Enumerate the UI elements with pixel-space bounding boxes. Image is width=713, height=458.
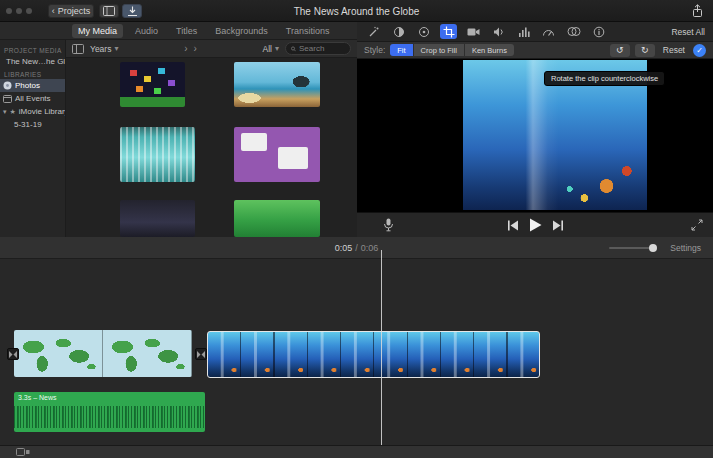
- color-balance-button[interactable]: [390, 24, 407, 39]
- tab-audio[interactable]: Audio: [129, 24, 164, 38]
- window-minimize-button[interactable]: [16, 8, 22, 14]
- chevron-right-icon[interactable]: ›: [184, 44, 187, 54]
- timeline-clip-underwater-selected[interactable]: [207, 331, 540, 378]
- magic-wand-icon: [368, 26, 380, 38]
- ken-burns-button[interactable]: Ken Burns: [465, 44, 514, 56]
- time-separator: /: [355, 243, 358, 253]
- clip-info-button[interactable]: [590, 24, 607, 39]
- filter-value: All: [263, 44, 272, 54]
- sidebar-toggle-icon[interactable]: [72, 44, 84, 54]
- import-media-button[interactable]: [122, 4, 142, 18]
- media-filter-row: Years ▾ › › All ▾: [66, 40, 357, 58]
- media-grid: [66, 58, 357, 237]
- reset-button[interactable]: Reset: [663, 45, 685, 55]
- transition-handle-start[interactable]: [7, 348, 19, 360]
- group-by-value: Years: [90, 44, 111, 54]
- project-media-header: PROJECT MEDIA: [0, 44, 65, 55]
- media-browser-panel: My Media Audio Titles Backgrounds Transi…: [0, 22, 357, 237]
- calendar-icon: [3, 94, 12, 103]
- import-arrow-icon: [127, 6, 138, 17]
- effects-button[interactable]: [565, 24, 582, 39]
- style-label: Style:: [364, 45, 385, 55]
- sidebar-item-event-date[interactable]: 5-31-19: [0, 118, 65, 131]
- media-thumbnail-game[interactable]: [120, 62, 185, 107]
- disclosure-triangle-icon[interactable]: ▾: [3, 108, 7, 116]
- sidebar-item-imovie-library[interactable]: ▾ ★ iMovie Library: [0, 105, 65, 118]
- libraries-sidebar: PROJECT MEDIA The New…he Globe LIBRARIES…: [0, 40, 66, 237]
- media-thumbnail-waterfall[interactable]: [120, 127, 195, 182]
- chevron-right-icon-2[interactable]: ›: [194, 44, 197, 54]
- share-button[interactable]: [686, 4, 708, 18]
- media-tabs: My Media Audio Titles Backgrounds Transi…: [0, 22, 357, 40]
- projects-label: Projects: [58, 6, 91, 16]
- card-graphic: [241, 133, 267, 151]
- timeline[interactable]: 3.3s – News: [0, 259, 713, 445]
- transport-controls: [357, 218, 713, 232]
- fit-button[interactable]: Fit: [390, 44, 413, 56]
- clip-appearance-icon[interactable]: [16, 448, 30, 456]
- transition-icon: [197, 351, 205, 358]
- tab-transitions[interactable]: Transitions: [280, 24, 336, 38]
- crop-icon: [443, 26, 455, 38]
- overlapping-circles-icon: [567, 26, 581, 37]
- filter-dropdown[interactable]: All ▾: [263, 44, 279, 54]
- tab-backgrounds[interactable]: Backgrounds: [209, 24, 274, 38]
- timeline-clip-world-map[interactable]: [14, 330, 192, 377]
- noise-reduction-button[interactable]: [515, 24, 532, 39]
- timeline-clip-audio-news[interactable]: 3.3s – News: [14, 392, 205, 432]
- next-frame-button[interactable]: [552, 220, 564, 231]
- playhead[interactable]: [381, 250, 382, 445]
- rotate-counterclockwise-button[interactable]: ↺: [610, 44, 630, 57]
- back-chevron-icon: ‹: [52, 6, 55, 16]
- crop-to-fill-button[interactable]: Crop to Fill: [414, 44, 465, 56]
- crop-button[interactable]: [440, 24, 457, 39]
- color-wheel-icon: [418, 26, 430, 38]
- tab-titles[interactable]: Titles: [170, 24, 203, 38]
- crop-style-segmented-control: Fit Crop to Fill Ken Burns: [390, 44, 514, 56]
- window-zoom-button[interactable]: [26, 8, 32, 14]
- tab-my-media[interactable]: My Media: [72, 24, 123, 38]
- timeline-zoom-slider[interactable]: [609, 247, 655, 249]
- sidebar-item-project[interactable]: The New…he Globe: [0, 55, 65, 68]
- apply-button[interactable]: ✓: [693, 44, 706, 57]
- transition-handle-middle[interactable]: [195, 348, 207, 360]
- media-thumbnail-dark[interactable]: [120, 200, 195, 237]
- media-thumbnail-green[interactable]: [234, 200, 320, 237]
- projects-back-button[interactable]: ‹ Projects: [48, 4, 94, 18]
- titlebar: The News Around the Globe ‹ Projects: [0, 0, 713, 22]
- speed-button[interactable]: [540, 24, 557, 39]
- previous-frame-button[interactable]: [507, 220, 519, 231]
- timeline-bottom-bar: [0, 445, 713, 458]
- window-close-button[interactable]: [6, 8, 12, 14]
- rotate-cw-icon: ↻: [641, 46, 649, 55]
- rotate-clockwise-button[interactable]: ↻: [635, 44, 655, 57]
- color-correction-button[interactable]: [415, 24, 432, 39]
- reset-all-button[interactable]: Reset All: [671, 27, 705, 37]
- imovie-window: The News Around the Globe ‹ Projects My: [0, 0, 713, 458]
- fullscreen-button[interactable]: [691, 219, 703, 231]
- map-frame: [14, 330, 103, 377]
- group-by-dropdown[interactable]: Years ▾: [90, 44, 118, 54]
- zoom-slider-knob[interactable]: [649, 244, 657, 252]
- media-thumbnail-beach[interactable]: [234, 62, 320, 107]
- sidebar-item-all-events[interactable]: All Events: [0, 92, 65, 105]
- timeline-settings-button[interactable]: Settings: [670, 243, 701, 253]
- sidebar-item-photos[interactable]: Photos: [0, 79, 65, 92]
- search-field[interactable]: [285, 42, 351, 55]
- play-button[interactable]: [529, 218, 542, 232]
- project-name: The New…he Globe: [6, 57, 65, 66]
- chevron-down-icon: ▾: [114, 44, 118, 53]
- transition-icon: [9, 351, 17, 358]
- speaker-icon: [493, 26, 505, 38]
- stabilization-button[interactable]: [465, 24, 482, 39]
- share-icon: [691, 4, 704, 18]
- info-icon: [593, 26, 605, 38]
- auto-enhance-button[interactable]: [365, 24, 382, 39]
- media-thumbnail-purple-cards[interactable]: [234, 127, 320, 182]
- checkmark-icon: ✓: [696, 46, 703, 55]
- viewer-panel: Reset All Style: Fit Crop to Fill Ken Bu…: [357, 22, 713, 237]
- search-input[interactable]: [299, 44, 345, 53]
- volume-button[interactable]: [490, 24, 507, 39]
- media-browser-button[interactable]: [99, 4, 119, 18]
- total-time: 0:06: [361, 243, 379, 253]
